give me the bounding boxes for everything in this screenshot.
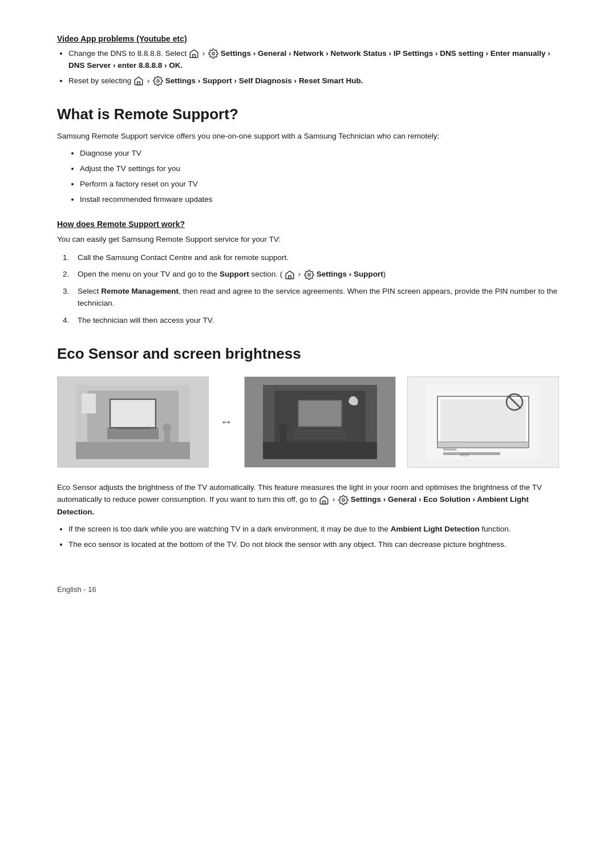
svg-marker-8	[76, 442, 190, 459]
svg-point-23	[278, 423, 287, 432]
gear-icon-2	[153, 76, 163, 86]
svg-rect-0	[193, 55, 196, 58]
svg-rect-15	[164, 432, 170, 444]
video-app-bullet-2: Reset by selecting › Settings › Support …	[68, 75, 559, 87]
remote-support-intro: Samsung Remote Support service offers yo…	[57, 130, 559, 143]
svg-rect-28	[437, 442, 529, 448]
remote-support-title: What is Remote Support?	[57, 106, 559, 123]
eco-images-container: ↔	[57, 376, 559, 468]
bullet-diagnose: Diagnose your TV	[80, 148, 559, 160]
double-arrow-icon: ↔	[220, 415, 233, 429]
bullet-adjust: Adjust the TV settings for you	[80, 163, 559, 175]
remote-support-section: What is Remote Support? Samsung Remote S…	[57, 106, 559, 327]
eco-sensor-title: Eco Sensor and screen brightness	[57, 345, 559, 363]
eco-bullets: If the screen is too dark while you are …	[57, 524, 559, 551]
bullet1-pre: Change the DNS to 8.8.8.8. Select	[68, 49, 187, 58]
svg-rect-22	[299, 401, 341, 426]
step-2: 2. Open the menu on your TV and go to th…	[63, 268, 559, 281]
bright-room-illustration	[76, 385, 190, 459]
svg-point-3	[157, 80, 160, 83]
video-app-title: Video App problems (Youtube etc)	[57, 34, 559, 43]
step-4: 4. The technician will then access your …	[63, 314, 559, 327]
video-app-bullets: Change the DNS to 8.8.8.8. Select › Sett…	[57, 48, 559, 87]
svg-marker-18	[263, 442, 377, 459]
home-icon-4	[319, 495, 329, 505]
step-3: 3. Select Remote Management, then read a…	[63, 285, 559, 310]
eco-paragraph: Eco Sensor adjusts the brightness of the…	[57, 481, 559, 518]
dark-room-illustration	[263, 385, 377, 459]
gear-icon-4	[338, 495, 348, 505]
svg-rect-27	[440, 399, 526, 442]
bullet-factory-reset: Perform a factory reset on your TV	[80, 178, 559, 190]
sensor-diagram-illustration: tttttttttttttt ECO	[426, 385, 540, 459]
eco-sensor-section: Eco Sensor and screen brightness	[57, 345, 559, 551]
gear-icon-3	[304, 270, 314, 280]
svg-rect-12	[112, 401, 154, 426]
svg-rect-34	[323, 501, 326, 504]
svg-point-35	[342, 498, 345, 501]
chevron-separator: ›	[202, 49, 207, 58]
gear-icon	[208, 48, 218, 59]
how-remote-support-title: How does Remote Support work?	[57, 220, 559, 229]
step-1: 1. Call the Samsung Contact Centre and a…	[63, 251, 559, 264]
remote-support-bullets: Diagnose your TV Adjust the TV settings …	[57, 148, 559, 206]
remote-support-steps: 1. Call the Samsung Contact Centre and a…	[57, 251, 559, 327]
eco-bullet-2: The eco sensor is located at the bottom …	[68, 539, 559, 551]
svg-text:ECO: ECO	[460, 453, 469, 457]
video-app-section: Video App problems (Youtube etc) Change …	[57, 34, 559, 87]
svg-text:tttttttttttttt: tttttttttttttt	[443, 448, 457, 451]
bullet2-path: Settings › Support › Self Diagnosis › Re…	[165, 76, 363, 85]
svg-point-5	[308, 273, 311, 276]
eco-image-2	[244, 376, 396, 468]
footer: English - 16	[57, 585, 559, 594]
svg-point-14	[163, 423, 172, 432]
svg-rect-32	[443, 452, 500, 455]
home-icon	[189, 48, 199, 59]
bullet-firmware: Install recommended firmware updates	[80, 194, 559, 206]
svg-rect-24	[280, 432, 286, 444]
home-icon-3	[285, 270, 295, 280]
svg-rect-13	[82, 393, 96, 413]
svg-rect-2	[137, 82, 140, 85]
svg-point-1	[212, 52, 215, 55]
home-icon-2	[133, 76, 144, 86]
page-number: English - 16	[57, 585, 96, 594]
svg-rect-4	[289, 275, 291, 278]
video-app-bullet-1: Change the DNS to 8.8.8.8. Select › Sett…	[68, 48, 559, 72]
eco-image-1	[57, 376, 209, 468]
page-content: Video App problems (Youtube etc) Change …	[0, 0, 616, 639]
how-remote-support-intro: You can easily get Samsung Remote Suppor…	[57, 233, 559, 246]
eco-bullet-1: If the screen is too dark while you are …	[68, 524, 559, 535]
bullet2-pre: Reset by selecting	[68, 76, 131, 85]
eco-image-3: tttttttttttttt ECO	[407, 376, 559, 468]
